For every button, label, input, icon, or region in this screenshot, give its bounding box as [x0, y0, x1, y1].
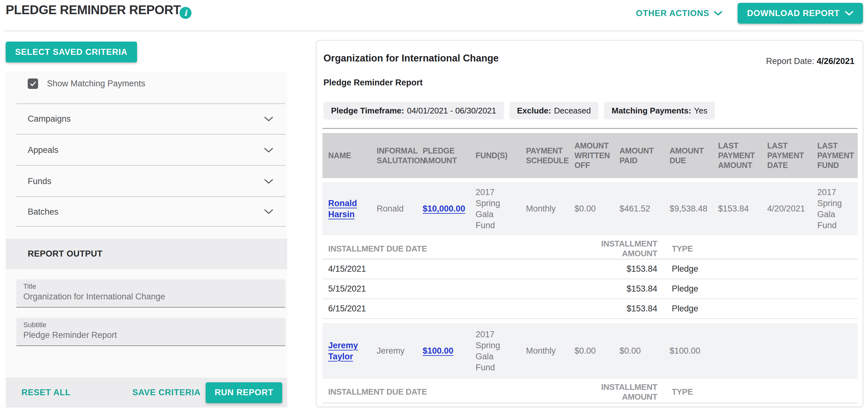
info-icon-glyph: i: [184, 8, 187, 18]
title-field[interactable]: Title: [17, 279, 285, 307]
cell-amount-due: $100.00: [670, 346, 718, 356]
installment-table: INSTALLMENT DUE DATE INSTALLMENT AMOUNT …: [322, 239, 858, 319]
pledge-amount-link[interactable]: $100.00: [423, 346, 454, 356]
chip-matching-payments: Matching Payments: Yes: [604, 102, 715, 119]
table-row: Ronald Harsin Ronald $10,000.00 2017 Spr…: [322, 182, 858, 235]
col-installment-amount: INSTALLMENT AMOUNT: [571, 382, 657, 402]
chevron-down-icon: [264, 147, 273, 153]
section-batches[interactable]: Batches: [17, 198, 285, 227]
installment-row: 6/15/2021 $153.84 Pledge: [322, 299, 858, 319]
top-actions: OTHER ACTIONS DOWNLOAD REPORT: [636, 0, 863, 27]
report-output-heading-band: REPORT OUTPUT: [6, 239, 287, 269]
col-last-payment-date: LAST PAYMENT DATE: [767, 141, 817, 170]
chevron-down-icon: [714, 11, 722, 16]
constituent-link[interactable]: Ronald Harsin: [328, 198, 373, 220]
col-last-payment-amount: LAST PAYMENT AMOUNT: [718, 141, 767, 170]
report-preview-card: Organization for International Change Re…: [316, 40, 863, 407]
col-installment-type: TYPE: [657, 244, 858, 254]
report-date: Report Date: 4/26/2021: [766, 56, 855, 66]
col-payment-schedule: PAYMENT SCHEDULE: [526, 146, 575, 166]
cell-informal-salutation: Jeremy: [377, 346, 423, 356]
section-campaigns-label: Campaigns: [28, 114, 71, 124]
installment-type: Pledge: [657, 264, 858, 274]
header-divider: [3, 31, 865, 31]
report-date-value: 4/26/2021: [817, 56, 855, 66]
cell-amount-paid: $0.00: [620, 346, 670, 356]
report-output-heading: REPORT OUTPUT: [28, 249, 103, 259]
show-matching-payments-checkbox[interactable]: [28, 79, 38, 89]
criteria-footer: RESET ALL SAVE CRITERIA RUN REPORT: [6, 378, 287, 408]
chip-exclude: Exclude: Deceased: [509, 102, 598, 119]
installment-table-header: INSTALLMENT DUE DATE INSTALLMENT AMOUNT …: [322, 239, 858, 259]
cell-informal-salutation: Ronald: [377, 203, 423, 214]
cell-amount-written-off: $0.00: [575, 346, 620, 356]
download-report-button[interactable]: DOWNLOAD REPORT: [738, 3, 863, 24]
run-report-label: RUN REPORT: [215, 388, 273, 398]
page-title: PLEDGE REMINDER REPORT: [6, 1, 181, 18]
cell-last-payment-fund: 2017 Spring Gala Fund: [817, 187, 849, 231]
cell-amount-written-off: $0.00: [575, 203, 620, 214]
other-actions-button[interactable]: OTHER ACTIONS: [636, 8, 722, 18]
col-last-payment-fund: LAST PAYMENT FUND: [817, 141, 858, 170]
section-campaigns[interactable]: Campaigns: [17, 104, 285, 135]
cell-payment-schedule: Monthly: [526, 346, 575, 356]
constituent-link[interactable]: Jeremy Taylor: [328, 340, 373, 362]
section-funds[interactable]: Funds: [17, 167, 285, 197]
subtitle-field-label: Subtitle: [23, 321, 285, 329]
installment-due-date: 4/15/2021: [328, 264, 571, 274]
col-amount-paid: AMOUNT PAID: [620, 146, 670, 166]
col-informal-salutation: INFORMAL SALUTATION: [377, 146, 423, 166]
criteria-chips: Pledge Timeframe: 04/01/2021 - 06/30/202…: [323, 102, 715, 119]
col-funds: FUND(S): [475, 151, 526, 160]
col-amount-due: AMOUNT DUE: [670, 146, 718, 166]
installment-table-header: INSTALLMENT DUE DATE INSTALLMENT AMOUNT …: [322, 381, 858, 404]
report-date-label: Report Date:: [766, 56, 814, 66]
installment-row: 4/15/2021 $153.84 Pledge: [322, 259, 858, 279]
section-appeals-label: Appeals: [28, 145, 59, 155]
other-actions-label: OTHER ACTIONS: [636, 8, 709, 18]
criteria-panel: Show Matching Payments Campaigns Appeals…: [6, 72, 287, 408]
cell-payment-schedule: Monthly: [526, 203, 575, 214]
table-row: Jeremy Taylor Jeremy $100.00 2017 Spring…: [322, 323, 858, 379]
cell-amount-due: $9,538.48: [670, 203, 718, 214]
info-icon[interactable]: i: [180, 7, 191, 19]
section-funds-label: Funds: [28, 176, 51, 186]
reset-all-label: RESET ALL: [22, 388, 70, 398]
installment-amount: $153.84: [571, 304, 657, 314]
chevron-down-icon: [264, 209, 273, 215]
chevron-down-icon: [264, 179, 273, 184]
subtitle-field[interactable]: Subtitle: [17, 318, 285, 346]
save-criteria-label: SAVE CRITERIA: [132, 388, 200, 398]
col-pledge-amount: PLEDGE AMOUNT: [423, 146, 475, 166]
installment-type: Pledge: [657, 284, 858, 294]
show-matching-payments-row[interactable]: Show Matching Payments: [28, 79, 145, 89]
col-installment-due-date: INSTALLMENT DUE DATE: [328, 387, 571, 397]
cell-funds: 2017 Spring Gala Fund: [475, 329, 507, 373]
title-field-label: Title: [23, 283, 285, 291]
download-report-label: DOWNLOAD REPORT: [747, 8, 840, 18]
subtitle-input[interactable]: [23, 330, 275, 340]
installment-amount: $153.84: [571, 264, 657, 274]
chevron-down-icon: [264, 116, 273, 122]
check-icon: [29, 80, 37, 88]
show-matching-payments-block: Show Matching Payments: [17, 72, 285, 104]
installment-due-date: 6/15/2021: [328, 304, 571, 314]
chip-pledge-timeframe: Pledge Timeframe: 04/01/2021 - 06/30/202…: [323, 102, 504, 119]
run-report-button[interactable]: RUN REPORT: [206, 382, 282, 403]
installment-due-date: 5/15/2021: [328, 284, 571, 294]
select-saved-criteria-label: SELECT SAVED CRITERIA: [15, 47, 128, 57]
title-input[interactable]: [23, 292, 275, 302]
installment-table: INSTALLMENT DUE DATE INSTALLMENT AMOUNT …: [322, 381, 858, 404]
select-saved-criteria-button[interactable]: SELECT SAVED CRITERIA: [6, 41, 137, 62]
show-matching-payments-label: Show Matching Payments: [47, 79, 145, 89]
cell-funds: 2017 Spring Gala Fund: [475, 187, 507, 231]
pledge-amount-link[interactable]: $10,000.00: [423, 203, 465, 214]
chevron-down-icon: [845, 11, 854, 16]
reset-all-button[interactable]: RESET ALL: [22, 388, 70, 398]
cell-last-payment-date: 4/20/2021: [767, 203, 817, 214]
col-amount-written-off: AMOUNT WRITTEN OFF: [575, 141, 620, 170]
save-criteria-button[interactable]: SAVE CRITERIA: [132, 388, 200, 398]
report-org-title: Organization for International Change: [323, 53, 499, 64]
pledge-reminder-report-page: PLEDGE REMINDER REPORT i OTHER ACTIONS D…: [0, 0, 868, 411]
section-appeals[interactable]: Appeals: [17, 135, 285, 166]
